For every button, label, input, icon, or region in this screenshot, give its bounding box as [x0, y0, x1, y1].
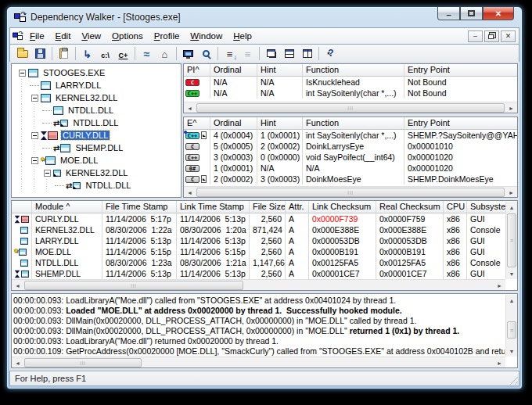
menu-edit[interactable]: Edit: [50, 30, 77, 42]
tile-horizontal-button[interactable]: [280, 45, 298, 63]
log-vscrollbar[interactable]: ▲ ▼ ≡: [505, 295, 517, 357]
exports-header-e[interactable]: E^: [184, 117, 210, 130]
tree-item-shemp-dll[interactable]: ⇄ SHEMP.DLL: [12, 142, 181, 154]
scroll-left-icon[interactable]: ◄: [12, 357, 23, 368]
mdi-minimize-button[interactable]: –: [468, 30, 483, 42]
exports-header-ordinal[interactable]: Ordinal: [210, 117, 257, 130]
collapse-expander-icon[interactable]: [31, 157, 38, 164]
minimize-button[interactable]: [437, 7, 460, 20]
scroll-left-icon[interactable]: ◄: [12, 280, 23, 291]
undecorate-cpp-button[interactable]: [114, 45, 132, 63]
modules-header-attr[interactable]: Attr.: [286, 201, 309, 213]
modules-header-size[interactable]: File Size: [250, 201, 286, 213]
tree-item-curly-dll[interactable]: CURLY.DLL: [12, 129, 181, 142]
table-row[interactable]: C 5 (0x0005) 2 (0x0002) DoinkLarrysEye 0…: [184, 141, 517, 152]
menu-view[interactable]: View: [76, 30, 106, 42]
collapse-expander-icon[interactable]: [44, 170, 51, 177]
menu-options[interactable]: Options: [106, 30, 149, 42]
modules-hscrollbar[interactable]: ◄ ► |||: [12, 279, 505, 290]
open-file-button[interactable]: [13, 45, 31, 63]
imports-header-pi[interactable]: PI^: [184, 64, 210, 77]
modules-header-link-ts[interactable]: Link Time Stamp: [177, 201, 250, 213]
close-button[interactable]: [483, 7, 514, 20]
table-row[interactable]: KERNEL32.DLL 08/30/2006 1:22a 08/30/2006…: [12, 224, 505, 235]
mdi-close-button[interactable]: ✕: [501, 30, 516, 42]
modules-header-subsystem[interactable]: Subsystem: [467, 201, 505, 213]
scroll-thumb[interactable]: ≡: [507, 321, 516, 339]
cascade-windows-button[interactable]: [262, 45, 280, 63]
scroll-thumb[interactable]: |||: [24, 358, 142, 367]
imports-header-ordinal[interactable]: Ordinal: [210, 64, 257, 77]
properties-button[interactable]: [156, 45, 174, 63]
scroll-thumb[interactable]: |||: [196, 188, 505, 197]
copy-button[interactable]: [55, 45, 73, 63]
table-row[interactable]: SHEMP.DLL 11/14/2006 5:13p 11/14/2006 5:…: [12, 268, 505, 279]
tree-item-kernel32-dll-duplicate[interactable]: KERNEL32.DLL: [12, 167, 181, 179]
scroll-up-icon[interactable]: ▲: [506, 295, 517, 306]
table-row[interactable]: LARRY.DLL 11/14/2006 5:13p 11/14/2006 5:…: [12, 235, 505, 246]
table-row[interactable]: 0# 1 (0x0001) N/A N/A 0x00001020: [184, 163, 517, 174]
exports-hscrollbar[interactable]: ◄ ► |||: [184, 186, 517, 197]
table-row[interactable]: * MOE.DLL 11/14/2006 5:15p 11/14/2006 5:…: [12, 246, 505, 257]
collapse-expander-icon[interactable]: [19, 70, 26, 77]
external-viewer-button[interactable]: [138, 45, 156, 63]
table-row[interactable]: C++ N/A N/A int SaySoitenly(char *,...) …: [184, 88, 517, 99]
imports-hscrollbar[interactable]: ◄ ► |||: [184, 102, 517, 113]
imports-header-entry[interactable]: Entry Point: [404, 64, 517, 77]
scroll-thumb[interactable]: ≡: [507, 213, 516, 267]
sort-log-button[interactable]: [221, 45, 239, 63]
modules-header-icon[interactable]: [12, 201, 32, 213]
table-row[interactable]: NTDLL.DLL 08/30/2006 1:23a 08/30/2006 1:…: [12, 257, 505, 268]
scroll-thumb[interactable]: |||: [196, 103, 505, 113]
menu-profile[interactable]: Profile: [149, 30, 185, 42]
profile-log-pane[interactable]: 00:00:00.093: LoadLibraryA("Moe.dll") ca…: [11, 293, 518, 368]
table-row[interactable]: C N/A N/A IsKnucklehead Not Bound: [184, 77, 517, 88]
modules-header-file-ts[interactable]: File Time Stamp: [102, 201, 177, 213]
start-profiling-button[interactable]: [179, 45, 197, 63]
modules-header-module[interactable]: Module ^: [32, 201, 102, 213]
scroll-left-icon[interactable]: ◄: [184, 102, 196, 113]
clear-log-button[interactable]: [239, 45, 257, 63]
context-help-button[interactable]: [322, 45, 340, 63]
mdi-document-icon[interactable]: ↷: [13, 31, 23, 41]
scroll-right-icon[interactable]: ►: [505, 102, 517, 113]
tree-item-larry-dll[interactable]: LARRY.DLL: [12, 79, 181, 91]
scroll-down-icon[interactable]: ▼: [506, 268, 517, 279]
tree-item-kernel32-dll[interactable]: KERNEL32.DLL: [12, 91, 181, 104]
menu-file[interactable]: File: [24, 30, 50, 42]
modules-header-cpu[interactable]: CPU: [444, 201, 467, 213]
save-button[interactable]: [31, 45, 49, 63]
collapse-expander-icon[interactable]: [31, 95, 38, 102]
modules-vscrollbar[interactable]: ▲ ▼ ≡: [505, 202, 517, 279]
exports-header-entry[interactable]: Entry Point: [404, 117, 517, 130]
view-full-paths-button[interactable]: [96, 45, 114, 63]
imports-header-function[interactable]: Function: [303, 64, 404, 77]
scroll-right-icon[interactable]: ►: [494, 280, 505, 291]
maximize-button[interactable]: [460, 7, 483, 20]
resize-grip-icon[interactable]: [508, 375, 518, 385]
scroll-up-icon[interactable]: ▲: [506, 202, 517, 213]
auto-expand-button[interactable]: [78, 45, 96, 63]
table-row[interactable]: C++ 4 (0x0004) 1 (0x0001) int SaySoitenl…: [184, 130, 517, 141]
search-button[interactable]: [197, 45, 215, 63]
tree-item-ntdll-dll[interactable]: NTDLL.DLL: [12, 104, 181, 116]
scroll-thumb[interactable]: |||: [24, 281, 243, 290]
scroll-right-icon[interactable]: ►: [505, 187, 517, 198]
tree-item-stooges-exe[interactable]: STOOGES.EXE: [12, 66, 181, 79]
table-row[interactable]: CURLY.DLL 11/14/2006 5:17p 11/14/2006 5:…: [12, 213, 505, 224]
tile-vertical-button[interactable]: [298, 45, 316, 63]
title-bar[interactable]: ↷ Dependency Walker - [Stooges.exe]: [7, 7, 522, 27]
exports-header-function[interactable]: Function: [303, 117, 404, 130]
collapse-expander-icon[interactable]: [31, 132, 38, 139]
table-row[interactable]: C 2 (0x0002) 3 (0x0003) DoinkMoesEye SHE…: [184, 174, 517, 185]
menu-help[interactable]: Help: [228, 30, 257, 42]
imports-header-hint[interactable]: Hint: [257, 64, 303, 77]
scroll-right-icon[interactable]: ►: [494, 357, 505, 368]
modules-header-real-ck[interactable]: Real Checksum: [376, 201, 444, 213]
exports-header-hint[interactable]: Hint: [257, 117, 303, 130]
tree-item-ntdll-dll-forwarded-2[interactable]: ⇄ NTDLL.DLL: [12, 179, 181, 192]
mdi-restore-button[interactable]: [484, 30, 499, 42]
log-hscrollbar[interactable]: ◄ ► |||: [12, 357, 505, 367]
tree-item-ntdll-dll-forwarded[interactable]: ⇄ NTDLL.DLL: [12, 116, 181, 129]
table-row[interactable]: C++ 3 (0x0003) 0 (0x0000) void SayPoifec…: [184, 152, 517, 163]
